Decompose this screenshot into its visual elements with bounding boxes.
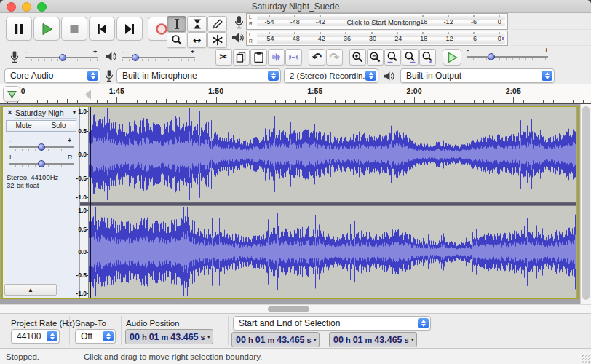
hours-segment: 00: [128, 332, 141, 342]
ruler-tick: [166, 99, 167, 103]
vertical-scrollbar-thumb[interactable]: [582, 106, 590, 300]
timeline-label: 2:05: [506, 87, 521, 95]
recording-volume-mic-icon: [9, 50, 20, 64]
skip-to-start-button[interactable]: [89, 17, 115, 41]
titlebar[interactable]: Saturday Night_Suede: [0, 0, 591, 13]
skip-to-start-icon: [95, 22, 109, 36]
pause-button[interactable]: [6, 17, 32, 41]
recording-channels-value: 2 (Stereo) Recordin...: [290, 71, 378, 80]
undo-button[interactable]: ↶: [309, 49, 325, 66]
copy-button[interactable]: [233, 49, 250, 66]
snap-to-select[interactable]: Off: [75, 329, 116, 344]
zoom-in-button[interactable]: [349, 49, 366, 66]
play-button[interactable]: [33, 17, 60, 41]
select-stepper-icon: [365, 71, 376, 81]
timeline-label: 1:55: [307, 87, 322, 95]
slider-ticks: [467, 58, 548, 60]
meter-scale-number: -36: [341, 35, 351, 42]
multi-tool-button[interactable]: [207, 32, 227, 48]
playback-device-select[interactable]: Built-in Output: [400, 68, 555, 83]
horizontal-scrollbar-thumb[interactable]: [268, 306, 309, 312]
selection-mode-select[interactable]: Start and End of Selection: [233, 316, 431, 331]
fit-selection-button[interactable]: [384, 49, 401, 66]
meter-lanes: -54-48-42-36-30-24-18-12-60: [257, 31, 505, 45]
meter-scale-number: -12: [443, 35, 453, 42]
audio-host-select[interactable]: Core Audio: [4, 68, 100, 83]
timefield-dropdown-icon[interactable]: ▾: [314, 336, 317, 343]
meter-scale-number: -30: [367, 35, 376, 42]
selection-start-field[interactable]: 00h 01m 43.465s ▾: [231, 332, 320, 347]
vertical-scrollbar[interactable]: [580, 104, 591, 304]
playback-device-value: Built-in Output: [406, 71, 554, 81]
playback-meter[interactable]: LR-54-48-42-36-30-24-18-12-60: [246, 31, 508, 46]
ruler-tick: [523, 100, 524, 103]
meter-message[interactable]: Click to Start Monitoring: [346, 17, 420, 25]
paste-button[interactable]: [250, 49, 267, 66]
trim-audio-icon: [270, 51, 282, 63]
horizontal-scrollbar[interactable]: [0, 304, 591, 314]
resize-grip[interactable]: [582, 355, 590, 363]
timefield-dropdown-icon[interactable]: ▾: [411, 336, 414, 343]
timeline-options-button[interactable]: [3, 86, 20, 102]
selection-tool-icon: [171, 18, 183, 30]
meter-scale-number: -42: [316, 18, 325, 25]
time-shift-icon: ↔: [193, 35, 202, 45]
zoom-out-button[interactable]: [367, 49, 384, 66]
timeline-ruler[interactable]: 1:401:451:501:552:002:05: [0, 84, 591, 104]
record-meter[interactable]: LR-54-48-42-18-12-60Click to Start Monit…: [246, 13, 508, 30]
record-meter-mic-icon[interactable]: [234, 15, 245, 30]
trim-audio-button[interactable]: [268, 49, 285, 66]
playback-meter-speaker-icon[interactable]: [231, 32, 245, 44]
play-at-speed-button[interactable]: [443, 49, 461, 66]
playback-volume-slider[interactable]: [122, 52, 195, 63]
play-speed-slider[interactable]: [467, 52, 548, 62]
playback-state-text: Stopped.: [6, 352, 39, 361]
zoom-out-icon: [369, 51, 381, 63]
silence-audio-button[interactable]: [285, 49, 302, 66]
recording-channels-select[interactable]: 2 (Stereo) Recordin...: [284, 68, 378, 83]
paste-icon: [253, 51, 265, 63]
input-device-mic-icon: [104, 69, 114, 83]
recording-volume-slider[interactable]: [25, 52, 98, 63]
ruler-tick: [137, 100, 138, 103]
zoom-toggle-icon: [421, 51, 434, 63]
zoom-tool-button[interactable]: [167, 32, 186, 48]
zoom-toggle-button[interactable]: [419, 49, 436, 66]
redo-button[interactable]: ↷: [326, 49, 343, 66]
ruler-tick: [67, 99, 68, 103]
selection-end-field[interactable]: 00h 01m 43.465s ▾: [329, 332, 417, 347]
ruler-tick: [543, 100, 544, 103]
undo-icon: ↶: [312, 52, 322, 63]
ruler-tick: [127, 100, 127, 103]
draw-tool-button[interactable]: [207, 16, 227, 32]
playback-volume-thumb[interactable]: [132, 54, 139, 61]
selection-tool-button[interactable]: [167, 16, 186, 32]
meter-channel-label: R: [249, 22, 253, 27]
stop-button[interactable]: [61, 17, 87, 41]
ruler-tick: [226, 100, 226, 103]
ruler-tick: [97, 100, 98, 103]
ruler-tick: [483, 100, 484, 103]
play-speed-thumb[interactable]: [488, 53, 495, 60]
project-rate-select[interactable]: 44100: [11, 329, 60, 344]
select-stepper-icon: [268, 71, 279, 81]
ruler-tick: [365, 99, 365, 103]
recording-device-select[interactable]: Built-in Microphone: [116, 68, 281, 83]
cut-button[interactable]: ✂: [215, 49, 232, 66]
meter-channel-label: L: [249, 15, 252, 20]
output-device-speaker-icon: [383, 71, 395, 82]
fit-project-button[interactable]: [402, 49, 419, 66]
ruler-tick: [513, 97, 514, 103]
envelope-tool-button[interactable]: [187, 16, 207, 32]
ruler-tick: [186, 100, 187, 103]
skip-to-end-button[interactable]: [116, 17, 143, 41]
multi-tool-icon: [212, 34, 223, 46]
select-stepper-icon: [542, 71, 552, 81]
selection-boundary-handle[interactable]: [85, 90, 91, 100]
time-shift-tool-button[interactable]: ↔: [187, 32, 207, 48]
timefield-dropdown-icon[interactable]: ▾: [207, 333, 210, 340]
ruler-tick: [384, 100, 385, 103]
audio-host-value: Core Audio: [10, 71, 100, 81]
audio-position-field[interactable]: 00h 01m 43.465s ▾: [125, 329, 213, 344]
recording-volume-thumb[interactable]: [59, 54, 66, 61]
